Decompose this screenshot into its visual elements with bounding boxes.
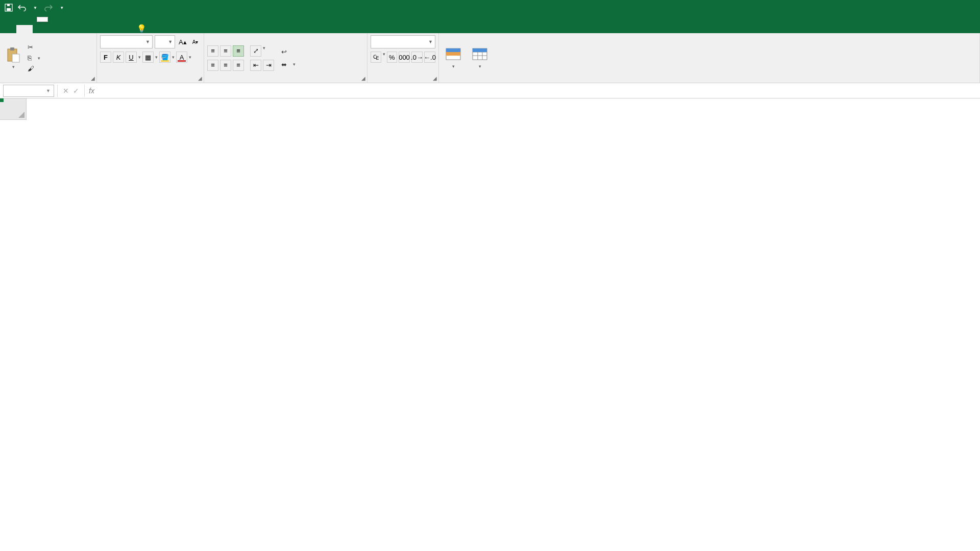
italic-button[interactable]: K [113,52,124,63]
save-icon[interactable] [4,3,13,12]
svg-rect-7 [446,48,460,52]
svg-rect-5 [12,54,19,62]
formula-input[interactable] [99,85,980,97]
ribbon-tabs: 💡 [0,15,980,33]
wrap-text-button[interactable]: ↩ [279,47,298,57]
conditional-formatting-button[interactable]: ▾ [442,46,464,70]
align-center-icon[interactable]: ≡ [220,60,231,71]
name-box[interactable]: ▼ [3,85,54,97]
merge-center-button[interactable]: ⬌ ▾ [279,60,298,69]
svg-rect-4 [10,47,14,51]
decrease-indent-icon[interactable]: ⇤ [250,60,261,71]
svg-rect-2 [7,4,10,6]
percent-format-icon[interactable]: % [387,52,398,63]
undo-icon[interactable] [17,3,27,12]
scissors-icon: ✂ [28,43,33,51]
borders-button[interactable]: ▦ [142,52,154,63]
select-all-corner[interactable] [0,98,27,120]
svg-rect-8 [446,52,460,56]
tab-daten[interactable] [82,25,98,33]
decrease-decimal-icon[interactable]: ←.0 [424,52,435,63]
cell-styles-gallery[interactable] [495,44,724,72]
accounting-format-icon[interactable]: ₠ [371,52,381,63]
spreadsheet-grid[interactable] [0,98,980,551]
formula-bar: ▼ ✕ ✓ fx [0,83,980,98]
redo-icon[interactable] [44,3,53,12]
quick-access-toolbar: ▼ ▾ [0,3,70,12]
tab-start[interactable] [16,25,33,33]
tab-seitenlayout[interactable] [49,25,65,33]
brush-icon: 🖌 [28,65,34,72]
font-size-combo[interactable]: ▼ [155,35,175,48]
group-font: ▼ ▼ A▴ A▾ F K U ▾ ▦ ▾ 🪣 ▾ A ▾ ◢ [97,33,204,83]
tab-datei[interactable] [0,25,16,33]
align-top-icon[interactable]: ≡ [207,45,218,57]
number-format-combo[interactable]: ▼ [371,35,435,48]
clipboard-launcher-icon[interactable]: ◢ [91,76,95,81]
group-styles: ▾ ▾ [439,33,980,83]
format-as-table-button[interactable]: ▾ [469,46,491,70]
fx-icon[interactable]: fx [85,87,99,95]
orientation-icon[interactable]: ⤢ [250,45,261,57]
ribbon: ▾ ✂ ⎘ ▾ 🖌 ◢ [0,33,980,83]
tab-ueberpruefen[interactable] [98,25,114,33]
tab-formeln[interactable] [65,25,82,33]
svg-rect-1 [7,8,11,11]
align-left-icon[interactable]: ≡ [207,60,218,71]
group-alignment: ≡ ≡ ≡ ⤢ ▾ ≡ ≡ ≡ ⇤ ⇥ ↩ [204,33,368,83]
increase-decimal-icon[interactable]: .0→ [411,52,423,63]
align-right-icon[interactable]: ≡ [233,60,244,71]
tell-me-search[interactable]: 💡 [137,24,149,33]
svg-rect-14 [473,48,487,52]
formula-bar-buttons: ✕ ✓ [57,85,85,97]
fill-color-button[interactable]: 🪣 [159,52,170,63]
cancel-formula-icon[interactable]: ✕ [63,87,69,95]
undo-dropdown-icon[interactable]: ▼ [31,3,40,12]
group-clipboard: ▾ ✂ ⎘ ▾ 🖌 ◢ [0,33,97,83]
decrease-font-icon[interactable]: A▾ [190,36,201,47]
align-middle-icon[interactable]: ≡ [220,45,231,57]
comma-format-icon[interactable]: 000 [399,52,410,63]
align-launcher-icon[interactable]: ◢ [361,76,365,81]
group-number: ▼ ₠ ▾ % 000 .0→ ←.0 ◢ [368,33,439,83]
tab-einfuegen[interactable] [33,25,49,33]
wrap-icon: ↩ [281,48,287,56]
font-name-combo[interactable]: ▼ [100,35,153,48]
paste-button[interactable]: ▾ [3,46,23,70]
increase-indent-icon[interactable]: ⇥ [263,60,274,71]
copy-button[interactable]: ⎘ ▾ [26,53,42,63]
undo-tooltip [37,17,48,22]
merge-icon: ⬌ [281,61,287,68]
underline-button[interactable]: U [126,52,137,63]
bold-button[interactable]: F [100,52,111,63]
tab-ansicht[interactable] [114,25,131,33]
copy-icon: ⎘ [28,54,32,62]
align-bottom-icon[interactable]: ≡ [233,45,244,57]
title-bar: ▼ ▾ [0,0,980,15]
increase-font-icon[interactable]: A▴ [177,36,188,47]
font-color-button[interactable]: A [176,52,187,63]
qat-customize-icon[interactable]: ▾ [57,3,66,12]
fill-handle[interactable] [0,98,4,102]
number-launcher-icon[interactable]: ◢ [433,76,437,81]
font-launcher-icon[interactable]: ◢ [198,76,202,81]
enter-formula-icon[interactable]: ✓ [73,87,79,95]
lightbulb-icon: 💡 [137,24,146,33]
cut-button[interactable]: ✂ [26,42,42,52]
format-painter-button[interactable]: 🖌 [26,64,42,73]
